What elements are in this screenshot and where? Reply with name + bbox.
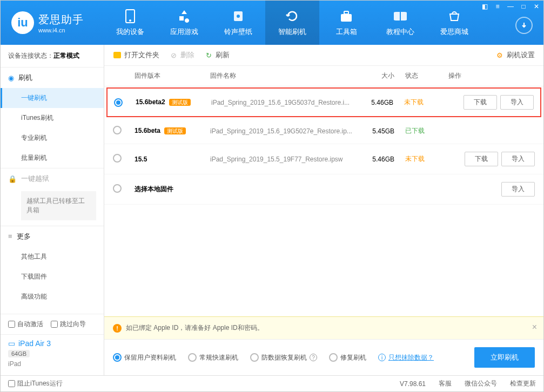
nav-tab-media[interactable]: 铃声壁纸 bbox=[211, 1, 265, 45]
fw-name: iPad_Spring_2019_15.5_19F77_Restore.ipsw bbox=[210, 156, 357, 163]
lock-icon: 🔒 bbox=[8, 175, 17, 183]
header: iu 爱思助手 www.i4.cn 我的设备 应用游戏 铃声壁纸 智能刷机 工具… bbox=[1, 1, 543, 45]
delete-button[interactable]: ⊘ 删除 bbox=[169, 50, 194, 60]
app-name: 爱思助手 bbox=[38, 12, 84, 27]
nav-tab-apps[interactable]: 应用游戏 bbox=[157, 1, 211, 45]
sidebar-item-batch[interactable]: 批量刷机 bbox=[1, 148, 104, 168]
sidebar-item-advanced[interactable]: 高级功能 bbox=[1, 287, 104, 307]
sidebar-jailbreak-header: 🔒 一键越狱 bbox=[1, 168, 104, 189]
col-name: 固件名称 bbox=[210, 71, 357, 80]
check-update-link[interactable]: 检查更新 bbox=[510, 379, 536, 388]
firmware-row[interactable]: 选择本地固件 导入 bbox=[104, 174, 543, 205]
flash-now-button[interactable]: 立即刷机 bbox=[474, 347, 535, 368]
firmware-list: 15.6beta2 测试版 iPad_Spring_2019_15.6_19G5… bbox=[104, 86, 543, 205]
svg-rect-5 bbox=[344, 11, 348, 14]
wechat-link[interactable]: 微信公众号 bbox=[465, 379, 497, 388]
radio-icon[interactable] bbox=[114, 98, 123, 107]
sidebar-item-itunes[interactable]: iTunes刷机 bbox=[1, 108, 104, 128]
info-close-icon[interactable]: × bbox=[532, 322, 537, 332]
fw-version: 15.6beta 测试版 bbox=[135, 127, 210, 135]
main-content: 打开文件夹 ⊘ 删除 ↻ 刷新 ⚙ 刷机设置 固件版本 固件名称 大小 状态 操… bbox=[104, 45, 543, 375]
opt-keep-data[interactable]: 保留用户资料刷机 bbox=[113, 353, 176, 362]
action-button[interactable]: 导入 bbox=[500, 95, 534, 110]
fw-size: 5.45GB bbox=[357, 127, 405, 135]
flash-settings-button[interactable]: ⚙ 刷机设置 bbox=[495, 50, 535, 60]
help-icon[interactable]: ? bbox=[310, 354, 317, 361]
opt-anti-recovery[interactable]: 防数据恢复刷机 ? bbox=[250, 353, 317, 362]
sidebar-more-header[interactable]: ≡ 更多 bbox=[1, 226, 104, 247]
sidebar-checkboxes: 自动激活 跳过向导 bbox=[1, 314, 104, 334]
nav-tab-flash[interactable]: 智能刷机 bbox=[265, 1, 319, 45]
action-button[interactable]: 导入 bbox=[501, 182, 535, 197]
close-icon[interactable]: ✕ bbox=[533, 3, 540, 10]
version-label: V7.98.61 bbox=[400, 380, 426, 388]
action-button[interactable]: 导入 bbox=[501, 152, 535, 166]
warning-icon: ! bbox=[113, 324, 122, 333]
info-text: 如已绑定 Apple ID，请准备好 Apple ID和密码。 bbox=[126, 323, 264, 333]
connection-status: 设备连接状态：正常模式 bbox=[1, 45, 104, 67]
device-type: iPad bbox=[8, 360, 96, 368]
delete-icon: ⊘ bbox=[169, 51, 178, 59]
tablet-icon: ▭ bbox=[8, 339, 15, 348]
erase-link[interactable]: 只想抹除数据？ bbox=[388, 353, 434, 362]
svg-rect-4 bbox=[341, 14, 352, 22]
radio-icon[interactable] bbox=[113, 126, 122, 134]
nav-tab-device[interactable]: 我的设备 bbox=[103, 1, 157, 45]
book-icon bbox=[393, 9, 408, 24]
firmware-row[interactable]: 15.6beta 测试版 iPad_Spring_2019_15.6_19G50… bbox=[104, 118, 543, 144]
nav-tab-toolbox[interactable]: 工具箱 bbox=[319, 1, 373, 45]
opt-repair[interactable]: 修复刷机 bbox=[329, 353, 366, 362]
sidebar-item-oneclick[interactable]: 一键刷机 bbox=[1, 88, 104, 108]
col-size: 大小 bbox=[357, 71, 405, 80]
nav-tab-tutorial[interactable]: 教程中心 bbox=[373, 1, 427, 45]
fw-size: 5.46GB bbox=[355, 99, 404, 106]
maximize-icon[interactable]: □ bbox=[520, 3, 527, 10]
refresh-button[interactable]: ↻ 刷新 bbox=[204, 50, 230, 60]
info-bar: ! 如已绑定 Apple ID，请准备好 Apple ID和密码。 × bbox=[104, 316, 543, 340]
radio-icon[interactable] bbox=[113, 154, 122, 163]
auto-activate-checkbox[interactable]: 自动激活 bbox=[8, 320, 43, 329]
action-button[interactable]: 下载 bbox=[465, 152, 498, 166]
toolbar: 打开文件夹 ⊘ 删除 ↻ 刷新 ⚙ 刷机设置 bbox=[104, 45, 543, 66]
svg-point-3 bbox=[237, 15, 240, 18]
fw-actions: 下载导入 bbox=[447, 95, 534, 110]
fw-status: 已下载 bbox=[405, 126, 448, 136]
open-folder-button[interactable]: 打开文件夹 bbox=[113, 50, 159, 60]
device-storage: 64GB bbox=[8, 350, 30, 357]
sidebar-item-pro[interactable]: 专业刷机 bbox=[1, 128, 104, 148]
skip-guide-checkbox[interactable]: 跳过向导 bbox=[51, 320, 86, 329]
sidebar-item-other[interactable]: 其他工具 bbox=[1, 247, 104, 267]
fw-actions: 下载导入 bbox=[448, 152, 535, 166]
block-itunes-checkbox[interactable]: 阻止iTunes运行 bbox=[8, 379, 63, 388]
radio-icon bbox=[188, 353, 197, 362]
opt-regular[interactable]: 常规快速刷机 bbox=[188, 353, 238, 362]
fw-version: 选择本地固件 bbox=[135, 185, 210, 194]
sidebar-flash-header[interactable]: ◉ 刷机 bbox=[1, 67, 104, 88]
info-icon[interactable]: i bbox=[378, 354, 386, 361]
footer: 阻止iTunes运行 V7.98.61 客服 微信公众号 检查更新 bbox=[1, 375, 543, 391]
firmware-row[interactable]: 15.6beta2 测试版 iPad_Spring_2019_15.6_19G5… bbox=[106, 87, 541, 117]
minimize-icon[interactable]: — bbox=[507, 3, 514, 10]
sidebar-item-download[interactable]: 下载固件 bbox=[1, 267, 104, 287]
nav-tab-shop[interactable]: 爱思商城 bbox=[427, 1, 481, 45]
theme-icon[interactable]: ◧ bbox=[481, 3, 488, 10]
sidebar: 设备连接状态：正常模式 ◉ 刷机 一键刷机 iTunes刷机 专业刷机 批量刷机… bbox=[1, 45, 104, 375]
beta-badge: 测试版 bbox=[164, 127, 186, 134]
radio-icon[interactable] bbox=[113, 184, 122, 193]
jailbreak-note: 越狱工具已转移至工具箱 bbox=[21, 191, 96, 220]
device-name[interactable]: ▭ iPad Air 3 bbox=[8, 339, 96, 348]
window-controls: ◧ ≡ — □ ✕ bbox=[481, 3, 540, 10]
gear-icon: ⚙ bbox=[495, 51, 504, 59]
action-button[interactable]: 下载 bbox=[464, 95, 497, 110]
fw-version: 15.6beta2 测试版 bbox=[136, 98, 211, 106]
radio-icon bbox=[250, 353, 259, 362]
toolbox-icon bbox=[339, 9, 354, 24]
support-link[interactable]: 客服 bbox=[439, 379, 452, 388]
firmware-row[interactable]: 15.5 iPad_Spring_2019_15.5_19F77_Restore… bbox=[104, 144, 543, 174]
flash-options: 保留用户资料刷机 常规快速刷机 防数据恢复刷机 ? 修复刷机 i 只想抹除数据？… bbox=[104, 340, 543, 375]
refresh-icon bbox=[285, 9, 300, 24]
download-indicator-icon[interactable] bbox=[515, 17, 533, 34]
phone-icon bbox=[123, 9, 138, 24]
menu-icon[interactable]: ≡ bbox=[494, 3, 501, 10]
logo-text: 爱思助手 www.i4.cn bbox=[38, 12, 84, 33]
